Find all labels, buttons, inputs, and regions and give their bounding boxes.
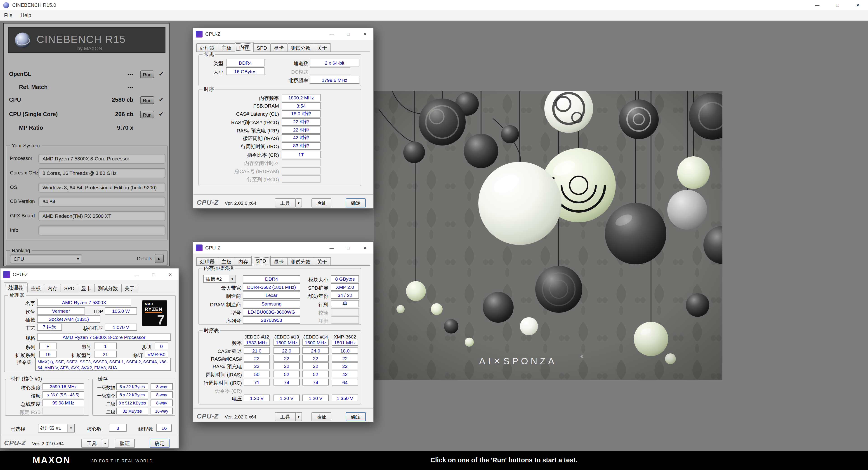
close-icon[interactable]: ✕ — [848, 0, 868, 10]
tab-mainboard[interactable]: 主板 — [218, 257, 235, 266]
close-icon[interactable]: ✕ — [357, 28, 373, 40]
tools-dropdown-arrow[interactable]: ▾ — [295, 198, 302, 208]
minimize-icon[interactable]: — — [128, 269, 145, 280]
spd-mfr-label: 制造商 — [203, 293, 241, 300]
clock-field: 3599.16 MHz — [42, 383, 84, 390]
minimize-icon[interactable]: — — [807, 0, 827, 10]
timing-label: CAS# Latency (CL) — [200, 111, 279, 117]
ranking-category-select[interactable]: CPU ▾ — [10, 254, 82, 263]
tab-processor[interactable]: 处理器 — [196, 257, 218, 266]
maximize-icon[interactable]: □ — [827, 0, 848, 10]
cache-assoc-field: 8-way — [151, 383, 173, 390]
table-cell: 1600 MHz — [274, 339, 300, 346]
amd-logo: AMD — [145, 302, 153, 306]
ok-button[interactable]: 确定 — [150, 439, 169, 448]
validate-button[interactable]: 验证 — [311, 198, 331, 208]
cache-assoc-field: 16-way — [151, 408, 173, 414]
system-row-value: 8 Cores, 16 Threads @ 3.80 GHz — [38, 168, 165, 178]
main-titlebar[interactable]: CINEBENCH R15.0 — □ ✕ — [0, 0, 868, 10]
tab-mainboard[interactable]: 主板 — [218, 43, 235, 52]
tools-dropdown-arrow[interactable]: ▾ — [102, 439, 108, 448]
maximize-icon[interactable]: □ — [340, 28, 357, 40]
tools-button[interactable]: 工具 — [275, 412, 296, 421]
spd-modsize-field: 8 GBytes — [331, 275, 359, 282]
mem-size-label: 大小 — [200, 69, 223, 75]
tab-processor[interactable]: 处理器 — [196, 43, 218, 52]
your-system-title: Your System — [10, 143, 41, 148]
clock-field: 99.98 MHz — [42, 400, 84, 406]
tab-memory[interactable]: 内存 — [235, 42, 254, 52]
table-cell: 22 — [332, 363, 358, 369]
tab-bench[interactable]: 测试分数 — [94, 284, 121, 292]
processor-select[interactable]: 处理器 #1 ▾ — [38, 424, 74, 433]
run-cpu-button[interactable]: Run — [140, 96, 154, 104]
cpuz-titlebar[interactable]: CPU-Z — □ ✕ — [0, 269, 179, 280]
cpu-voltage-label: 核心电压 — [80, 325, 103, 332]
cpuz-titlebar[interactable]: CPU-Z — □ ✕ — [193, 28, 373, 40]
tab-about[interactable]: 关于 — [313, 257, 331, 266]
tab-graphics[interactable]: 显卡 — [270, 257, 287, 266]
ok-button[interactable]: 确定 — [346, 198, 366, 208]
divider — [193, 408, 373, 409]
cpu-spec-field: AMD Ryzen 7 5800X 8-Core Processor — [37, 334, 171, 341]
tab-graphics[interactable]: 显卡 — [78, 284, 95, 292]
validate-button[interactable]: 验证 — [311, 412, 331, 421]
ryzen-logo: RYZEN — [145, 306, 162, 312]
tab-spd[interactable]: SPD — [253, 43, 271, 52]
run-opengl-button[interactable]: Run — [140, 70, 154, 78]
cpuz-titlebar[interactable]: CPU-Z — □ ✕ — [193, 242, 373, 253]
minimize-icon[interactable]: — — [323, 28, 340, 40]
close-icon[interactable]: ✕ — [357, 242, 373, 253]
cpuz-logo: CPU-Z — [4, 439, 26, 446]
check-icon: ✔ — [159, 96, 164, 103]
slot-select[interactable]: 插槽 #2 ▾ — [204, 275, 236, 283]
timing-field — [282, 175, 320, 183]
cache-assoc-field: 8-way — [151, 400, 173, 406]
tab-processor[interactable]: 处理器 — [4, 282, 28, 292]
tab-memory[interactable]: 内存 — [44, 284, 61, 292]
details-button[interactable]: ▸ — [155, 254, 164, 263]
tools-button[interactable]: 工具 — [81, 439, 102, 448]
menu-bar: File Help — [0, 10, 868, 21]
tab-mainboard[interactable]: 主板 — [27, 284, 44, 292]
tab-bench[interactable]: 测试分数 — [287, 43, 314, 52]
table-cell: 74 — [274, 379, 300, 385]
ok-button[interactable]: 确定 — [346, 412, 366, 421]
cpu-process-field: 7 纳米 — [37, 323, 62, 331]
ranking-group: Ranking CPU ▾ Details ▸ — [6, 250, 168, 266]
cpu-tdp-field: 105.0 W — [105, 307, 137, 315]
tab-memory[interactable]: 内存 — [235, 257, 252, 266]
menu-file[interactable]: File — [0, 10, 17, 21]
cache-group: 缓存 一级数据 8 x 32 KBytes 8-way 一级指令 8 x 32 … — [92, 379, 176, 416]
tab-bench[interactable]: 测试分数 — [287, 257, 314, 266]
timing-label: RAS#到CAS# (tRCD) — [200, 119, 279, 126]
cpuz-window-title: CPU-Z — [205, 245, 220, 250]
table-cell: 1.20 V — [244, 395, 270, 401]
close-icon[interactable]: ✕ — [162, 269, 179, 280]
timing-field — [282, 167, 320, 175]
tab-about[interactable]: 关于 — [313, 43, 331, 52]
table-cell: 1533 MHz — [244, 339, 270, 346]
run-cpu-single-button[interactable]: Run — [140, 111, 154, 118]
cpuz-window-memory: CPU-Z — □ ✕ 处理器 主板 内存 SPD 显卡 测试分数 关于 常规 … — [193, 28, 374, 209]
menu-help[interactable]: Help — [17, 10, 35, 21]
score-value: 9.70 x — [71, 124, 133, 131]
tab-spd[interactable]: SPD — [251, 256, 271, 266]
maximize-icon[interactable]: □ — [145, 269, 162, 280]
table-cell: 1.350 V — [332, 395, 358, 401]
cpu-extfamily-label: 扩展系列 — [8, 352, 35, 359]
minimize-icon[interactable]: — — [323, 242, 340, 253]
mem-dcmode-field — [310, 67, 350, 75]
tab-about[interactable]: 关于 — [121, 284, 138, 292]
maximize-icon[interactable]: □ — [340, 242, 357, 253]
table-cell: 21.0 — [244, 347, 270, 354]
cpu-extmodel-field: 21 — [94, 351, 117, 357]
validate-button[interactable]: 验证 — [115, 439, 135, 448]
tab-spd[interactable]: SPD — [61, 284, 78, 292]
tools-button[interactable]: 工具 — [275, 198, 296, 208]
table-cell: 74 — [303, 379, 329, 385]
tab-graphics[interactable]: 显卡 — [270, 43, 287, 52]
table-cell: 22 — [274, 355, 300, 362]
tools-dropdown-arrow[interactable]: ▾ — [295, 412, 302, 421]
system-row-value: AMD Ryzen 7 5800X 8-Core Processor — [38, 154, 165, 164]
